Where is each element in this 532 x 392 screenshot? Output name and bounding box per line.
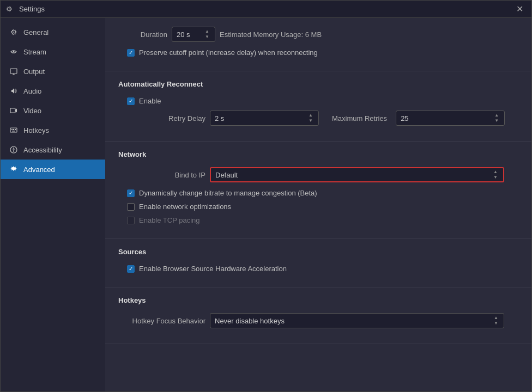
hotkey-focus-arrows[interactable]: ▲ ▼: [493, 315, 499, 326]
svg-rect-6: [15, 129, 16, 130]
enable-reconnect-row: Enable: [118, 97, 518, 105]
dynamically-row: Dynamically change bitrate to manage con…: [118, 189, 518, 197]
bind-ip-up[interactable]: ▲: [492, 169, 499, 175]
audio-icon: [9, 87, 18, 95]
bind-ip-down[interactable]: ▼: [492, 175, 499, 180]
hotkeys-header: Hotkeys: [118, 296, 518, 304]
network-header: Network: [118, 150, 518, 158]
sidebar-item-output[interactable]: Output: [1, 62, 105, 81]
sidebar-item-stream[interactable]: Stream: [1, 42, 105, 62]
network-opt-checkbox[interactable]: [127, 203, 135, 211]
tcp-pacing-checkbox[interactable]: [127, 217, 135, 224]
max-retries-arrows[interactable]: ▲ ▼: [493, 113, 500, 124]
svg-point-9: [13, 148, 14, 149]
bind-ip-arrows[interactable]: ▲ ▼: [492, 169, 499, 180]
memory-text: Estimated Memory Usage: 6 MB: [220, 30, 322, 39]
output-icon: [9, 67, 18, 76]
duration-down[interactable]: ▼: [204, 34, 210, 40]
network-opt-row: Enable network optimizations: [118, 203, 518, 211]
duration-section: Duration 20 s ▲ ▼ Estimated Memory Usage…: [105, 18, 531, 71]
titlebar-left: ⚙ Settings: [6, 5, 45, 14]
sidebar-label-output: Output: [23, 68, 45, 76]
sidebar-item-advanced[interactable]: Advanced: [1, 160, 105, 179]
dynamically-label: Dynamically change bitrate to manage con…: [139, 189, 317, 197]
hotkeys-icon: [9, 126, 18, 134]
sidebar-label-hotkeys: Hotkeys: [23, 126, 49, 134]
retry-delay-arrows[interactable]: ▲ ▼: [307, 113, 314, 124]
content-area: ⚙ General Stream: [1, 18, 531, 391]
hotkeys-section: Hotkeys Hotkey Focus Behavior Never disa…: [105, 287, 531, 344]
settings-window: ⚙ Settings ✕ ⚙ General Stream: [0, 0, 532, 392]
bind-ip-select[interactable]: Default ▲ ▼: [210, 167, 504, 182]
close-button[interactable]: ✕: [513, 3, 526, 16]
bind-ip-row: Bind to IP Default ▲ ▼: [118, 167, 518, 182]
sidebar-label-advanced: Advanced: [23, 166, 55, 174]
svg-rect-7: [12, 131, 15, 132]
preserve-checkbox[interactable]: [127, 49, 135, 57]
titlebar: ⚙ Settings ✕: [1, 1, 531, 18]
browser-accel-checkbox[interactable]: [127, 265, 135, 273]
max-retries-value: 25: [401, 114, 408, 122]
svg-point-0: [13, 51, 15, 53]
sidebar-item-general[interactable]: ⚙ General: [1, 22, 105, 42]
browser-accel-label: Enable Browser Source Hardware Accelerat…: [139, 265, 287, 273]
hotkey-focus-select[interactable]: Never disable hotkeys ▲ ▼: [210, 313, 504, 328]
sidebar-label-general: General: [23, 28, 49, 36]
max-retries-down[interactable]: ▼: [493, 118, 500, 124]
duration-arrows[interactable]: ▲ ▼: [204, 29, 210, 40]
settings-icon: ⚙: [6, 5, 15, 14]
sidebar-label-video: Video: [23, 107, 41, 115]
duration-up[interactable]: ▲: [204, 29, 210, 34]
duration-label: Duration: [118, 30, 167, 39]
window-title: Settings: [19, 5, 45, 13]
duration-row: Duration 20 s ▲ ▼ Estimated Memory Usage…: [118, 27, 518, 42]
retry-row: Retry Delay 2 s ▲ ▼ Maximum Retries 25 ▲: [118, 111, 518, 126]
hotkey-focus-label: Hotkey Focus Behavior: [118, 317, 205, 325]
retry-delay-label: Retry Delay: [118, 114, 205, 122]
tcp-pacing-row: Enable TCP pacing: [118, 216, 518, 224]
auto-reconnect-section: Automatically Reconnect Enable Retry Del…: [105, 71, 531, 142]
sources-header: Sources: [118, 248, 518, 256]
sidebar-item-video[interactable]: Video: [1, 101, 105, 120]
preserve-row: Preserve cutoff point (increase delay) w…: [118, 48, 518, 57]
max-retries-label: Maximum Retries: [332, 114, 387, 122]
accessibility-icon: [9, 145, 18, 154]
retry-delay-down[interactable]: ▼: [307, 118, 314, 124]
network-section: Network Bind to IP Default ▲ ▼ Dynamical…: [105, 142, 531, 239]
advanced-icon: [9, 165, 18, 174]
bind-ip-label: Bind to IP: [118, 171, 205, 179]
retry-delay-spinbox[interactable]: 2 s ▲ ▼: [210, 111, 319, 126]
dynamically-checkbox[interactable]: [127, 189, 135, 197]
hotkey-focus-up[interactable]: ▲: [493, 315, 499, 321]
sidebar-item-accessibility[interactable]: Accessibility: [1, 140, 105, 160]
sidebar-item-audio[interactable]: Audio: [1, 81, 105, 101]
svg-rect-2: [10, 108, 15, 113]
hotkey-focus-value: Never disable hotkeys: [215, 317, 285, 325]
hotkey-focus-down[interactable]: ▼: [493, 321, 499, 326]
auto-reconnect-header: Automatically Reconnect: [118, 80, 518, 88]
duration-value: 20 s: [177, 30, 190, 39]
network-opt-label: Enable network optimizations: [139, 203, 231, 211]
sources-section: Sources Enable Browser Source Hardware A…: [105, 239, 531, 287]
max-retries-spinbox[interactable]: 25 ▲ ▼: [396, 111, 505, 126]
sidebar-label-stream: Stream: [23, 48, 46, 56]
bind-ip-value: Default: [215, 171, 238, 179]
tcp-pacing-label: Enable TCP pacing: [139, 216, 200, 224]
svg-rect-5: [13, 129, 14, 130]
duration-spinbox[interactable]: 20 s ▲ ▼: [172, 27, 215, 42]
browser-accel-row: Enable Browser Source Hardware Accelerat…: [118, 265, 518, 273]
svg-rect-1: [10, 69, 17, 74]
enable-reconnect-label: Enable: [139, 97, 161, 105]
svg-rect-4: [11, 129, 13, 130]
max-retries-up[interactable]: ▲: [493, 113, 500, 118]
main-content: Duration 20 s ▲ ▼ Estimated Memory Usage…: [105, 18, 531, 391]
video-icon: [9, 106, 18, 115]
sidebar: ⚙ General Stream: [1, 18, 105, 391]
retry-delay-up[interactable]: ▲: [307, 113, 314, 118]
general-icon: ⚙: [9, 28, 18, 36]
stream-icon: [9, 47, 18, 56]
sidebar-item-hotkeys[interactable]: Hotkeys: [1, 120, 105, 140]
preserve-label: Preserve cutoff point (increase delay) w…: [139, 48, 318, 57]
retry-delay-value: 2 s: [215, 114, 224, 122]
enable-reconnect-checkbox[interactable]: [127, 97, 135, 105]
